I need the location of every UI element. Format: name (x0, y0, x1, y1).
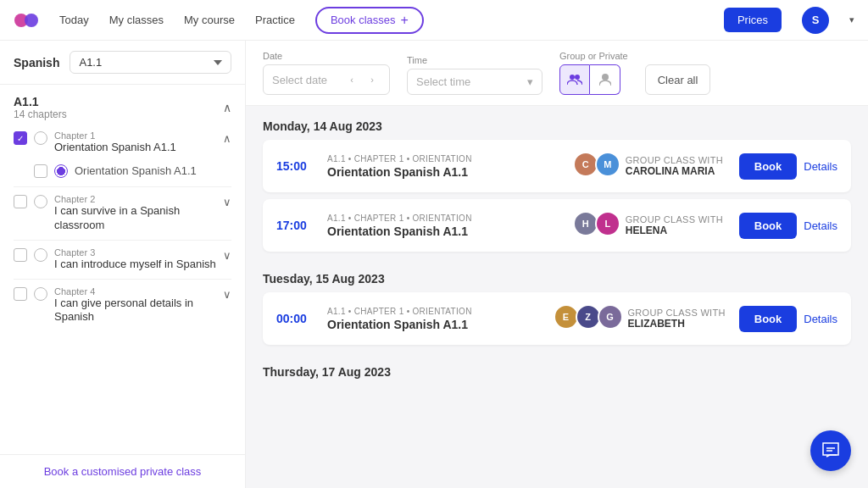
monday-heading: Monday, 14 Aug 2023 (246, 106, 868, 140)
chapter-group-3: Chapter 3 I can introduce myself in Span… (0, 241, 245, 275)
chapter-4-checkbox[interactable] (14, 287, 27, 301)
time-select-box[interactable]: Select time ▾ (407, 69, 542, 95)
book-button-1700[interactable]: Book (739, 213, 798, 239)
chat-fab[interactable] (810, 430, 851, 471)
instructor-label-1500: GROUP CLASS WITH (626, 155, 723, 165)
chapter-3-radio[interactable] (34, 248, 47, 262)
details-link-0000[interactable]: Details (804, 313, 837, 325)
class-actions-0000: Book Details (739, 306, 837, 332)
level-select[interactable]: A1.1 A1.2 A2.1 (70, 51, 231, 74)
instructor-name-1700: HELENA (626, 225, 723, 236)
chapter-3-name: I can introduce myself in Spanish (54, 258, 216, 272)
chapter-3-number: Chapter 3 (54, 247, 216, 258)
chapter-3-collapse[interactable]: ∨ (223, 249, 231, 262)
level-title: A1.1 (14, 95, 67, 108)
date-prev-arrow[interactable]: ‹ (343, 71, 360, 88)
chapter-1-radio[interactable] (34, 131, 47, 145)
chapters-count: 14 chapters (14, 108, 67, 120)
sidebar-footer: Book a customised private class (0, 454, 245, 488)
right-content: Date Select date ‹ › Time Select time ▾ … (246, 41, 868, 488)
chapter-group-2: Chapter 2 I can survive in a Spanish cla… (0, 187, 245, 236)
svg-point-2 (570, 75, 575, 80)
clear-all-button[interactable]: Clear all (645, 64, 711, 95)
schedule-content: Monday, 14 Aug 2023 15:00 A1.1 • CHAPTER… (246, 106, 868, 488)
chapter-header-1[interactable]: Chapter 1 Orientation Spanish A1.1 ∧ (0, 124, 245, 158)
class-time-0000: 00:00 (276, 312, 314, 325)
date-placeholder: Select date (272, 74, 327, 86)
book-button-0000[interactable]: Book (739, 306, 798, 332)
class-instructor-1500: C M GROUP CLASS WITH CAROLINA MARIA (573, 152, 726, 180)
book-classes-button[interactable]: Book classes + (315, 7, 424, 34)
date-next-arrow[interactable]: › (364, 71, 381, 88)
person-icon (599, 73, 611, 86)
date-select-box[interactable]: Select date ‹ › (263, 64, 390, 95)
top-navigation: Today My classes My course Practice Book… (0, 0, 868, 41)
class-instructor-1700: H L GROUP CLASS WITH HELENA (573, 211, 726, 240)
chapter-3-checkbox[interactable] (14, 248, 27, 262)
filter-bar: Date Select date ‹ › Time Select time ▾ … (246, 41, 868, 106)
chapter-2-collapse[interactable]: ∨ (223, 196, 231, 208)
class-tag-1500: A1.1 • CHAPTER 1 • ORIENTATION (327, 154, 559, 164)
user-menu-chevron[interactable]: ▾ (849, 14, 854, 25)
chapter-header-3[interactable]: Chapter 3 I can introduce myself in Span… (0, 241, 245, 275)
date-section-thursday: Thursday, 17 Aug 2023 (246, 352, 868, 385)
nav-practice[interactable]: Practice (255, 14, 295, 26)
class-actions-1700: Book Details (739, 213, 837, 239)
class-name-0000: Orientation Spanish A1.1 (327, 318, 540, 331)
subitem-1-radio[interactable] (54, 164, 68, 178)
class-instructor-0000: E Z G GROUP CLASS WITH ELIZABETH (554, 304, 726, 333)
prices-button[interactable]: Prices (724, 8, 782, 32)
chapter-2-checkbox[interactable] (14, 195, 27, 208)
chapter-header-4[interactable]: Chapter 4 I can give personal details in… (0, 280, 245, 329)
class-tag-0000: A1.1 • CHAPTER 1 • ORIENTATION (327, 307, 540, 316)
chapter-1-subitem[interactable]: Orientation Spanish A1.1 (0, 158, 245, 183)
class-time-1500: 15:00 (276, 159, 314, 173)
nav-today[interactable]: Today (59, 14, 89, 26)
class-details-0000: A1.1 • CHAPTER 1 • ORIENTATION Orientati… (327, 307, 540, 331)
subitem-1-checkbox[interactable] (34, 164, 47, 178)
instructor-label-1700: GROUP CLASS WITH (626, 214, 723, 225)
nav-my-classes[interactable]: My classes (109, 14, 164, 26)
book-private-class-link[interactable]: Book a customised private class (44, 465, 202, 478)
nav-my-course[interactable]: My course (184, 14, 235, 26)
chapter-1-collapse[interactable]: ∧ (223, 132, 231, 145)
class-details-1700: A1.1 • CHAPTER 1 • ORIENTATION Orientati… (327, 214, 559, 238)
chapter-2-radio[interactable] (34, 195, 47, 208)
private-class-button[interactable] (590, 64, 620, 95)
book-button-1500[interactable]: Book (739, 153, 798, 180)
collapse-button[interactable]: ∧ (223, 101, 231, 114)
thursday-heading: Thursday, 17 Aug 2023 (246, 352, 868, 385)
class-actions-1500: Book Details (739, 153, 837, 180)
class-card-1700: 17:00 A1.1 • CHAPTER 1 • ORIENTATION Ori… (263, 199, 851, 252)
avatar-l: L (595, 211, 620, 236)
instructor-avatars-0000: E Z G (554, 304, 623, 330)
instructor-avatars-1700: H L (573, 211, 620, 236)
class-tag-1700: A1.1 • CHAPTER 1 • ORIENTATION (327, 214, 559, 223)
chapter-2-number: Chapter 2 (54, 194, 216, 204)
instructor-name-1500: CAROLINA MARIA (626, 165, 723, 177)
details-link-1700[interactable]: Details (804, 219, 837, 232)
book-classes-label: Book classes (331, 14, 396, 26)
chapter-4-radio[interactable] (34, 287, 47, 301)
avatar[interactable]: S (802, 7, 829, 34)
instructor-label-0000: GROUP CLASS WITH (628, 308, 726, 318)
details-link-1500[interactable]: Details (804, 160, 837, 173)
date-filter-label: Date (263, 51, 390, 61)
chapter-group-1: Chapter 1 Orientation Spanish A1.1 ∧ Ori… (0, 124, 245, 183)
subitem-1-label: Orientation Spanish A1.1 (75, 164, 197, 177)
chapter-4-name: I can give personal details in Spanish (54, 297, 216, 325)
date-section-monday: Monday, 14 Aug 2023 15:00 A1.1 • CHAPTER… (246, 106, 868, 252)
sidebar-header: Spanish A1.1 A1.2 A2.1 (0, 41, 245, 85)
chapter-header-2[interactable]: Chapter 2 I can survive in a Spanish cla… (0, 187, 245, 236)
main-layout: Spanish A1.1 A1.2 A2.1 A1.1 14 chapters … (0, 41, 868, 488)
date-filter-group: Date Select date ‹ › (263, 51, 390, 95)
avatar-maria: M (595, 152, 620, 177)
sidebar: Spanish A1.1 A1.2 A2.1 A1.1 14 chapters … (0, 41, 246, 488)
chapter-4-collapse[interactable]: ∨ (223, 288, 231, 301)
chapter-1-checkbox[interactable] (14, 131, 27, 145)
chapter-group-4: Chapter 4 I can give personal details in… (0, 280, 245, 329)
group-private-filter-group: Group or Private (559, 51, 628, 95)
group-class-button[interactable] (559, 64, 590, 95)
chapter-1-number: Chapter 1 (54, 130, 216, 141)
level-title-row: A1.1 14 chapters ∧ (0, 85, 245, 124)
